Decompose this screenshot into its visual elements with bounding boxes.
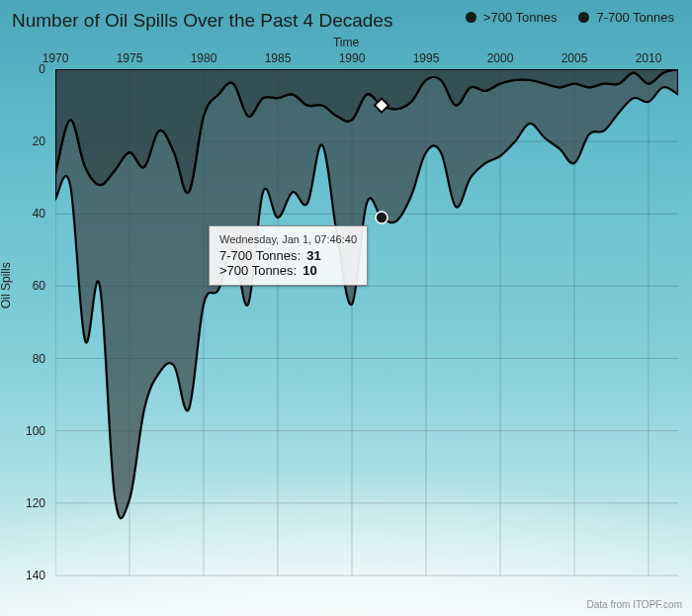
- x-tick-label: 1990: [339, 51, 366, 65]
- legend-item-large[interactable]: >700 Tonnes: [466, 10, 558, 25]
- y-tick-label: 80: [33, 352, 45, 366]
- y-tick-label: 100: [26, 424, 45, 438]
- x-axis-title: Time: [0, 36, 692, 49]
- y-tick-label: 120: [26, 496, 45, 510]
- plot-area[interactable]: 197019751980198519901995200020052010 Wed…: [55, 69, 678, 593]
- tooltip-series-label: 7-700 Tonnes:: [219, 248, 301, 263]
- x-tick-label: 1995: [413, 51, 440, 65]
- tooltip-row: 7-700 Tonnes: 31: [219, 248, 357, 263]
- credit-text: Data from ITOPF.com: [586, 599, 682, 610]
- y-axis-title: Oil Spills: [0, 262, 13, 308]
- tooltip-row: >700 Tonnes: 10: [219, 263, 357, 278]
- x-tick-label: 1985: [265, 51, 292, 65]
- y-tick-label: 60: [33, 279, 45, 293]
- legend-dot-icon: [466, 12, 476, 23]
- tooltip-series-value: 31: [306, 248, 320, 263]
- legend-label: 7-700 Tonnes: [596, 10, 674, 25]
- tooltip-series-label: >700 Tonnes:: [219, 263, 297, 278]
- x-tick-label: 1970: [43, 51, 69, 65]
- y-tick-label: 40: [33, 207, 45, 220]
- legend-item-medium[interactable]: 7-700 Tonnes: [578, 10, 674, 25]
- x-tick-label: 2005: [562, 51, 588, 65]
- circle-marker-icon: [376, 212, 388, 223]
- chart-title: Number of Oil Spills Over the Past 4 Dec…: [12, 10, 392, 32]
- x-tick-label: 1975: [117, 51, 143, 65]
- plot-svg: 197019751980198519901995200020052010: [55, 69, 678, 593]
- chart-root: Number of Oil Spills Over the Past 4 Dec…: [0, 0, 692, 616]
- x-tick-label: 1980: [191, 51, 217, 65]
- y-tick-label: 0: [39, 62, 45, 76]
- tooltip: Wednesday, Jan 1, 07:46:40 7-700 Tonnes:…: [209, 225, 368, 286]
- legend: >700 Tonnes 7-700 Tonnes: [466, 10, 674, 25]
- x-tick-label: 2010: [636, 51, 662, 65]
- y-tick-label: 20: [33, 134, 45, 148]
- x-tick-label: 2000: [487, 51, 514, 65]
- tooltip-header: Wednesday, Jan 1, 07:46:40: [219, 233, 357, 245]
- tooltip-series-value: 10: [303, 263, 316, 278]
- legend-label: >700 Tonnes: [483, 10, 558, 25]
- y-tick-label: 140: [26, 569, 45, 582]
- legend-dot-icon: [578, 12, 589, 23]
